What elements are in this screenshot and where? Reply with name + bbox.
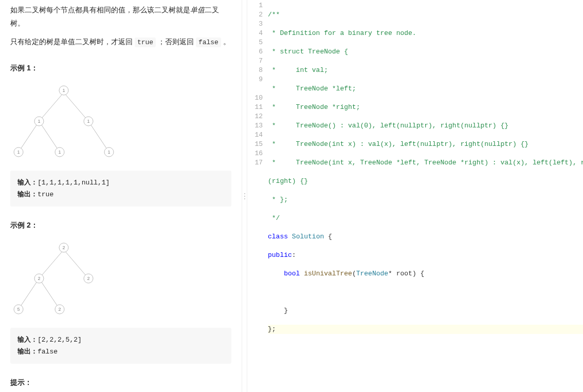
line-number-gutter: 1 2 3 4 5 6 7 8 9 10 11 12 13 14 15 16 1…: [247, 0, 268, 392]
svg-text:2: 2: [87, 276, 89, 281]
example1-box: 输入：[1,1,1,1,1,null,1] 输出：true: [10, 171, 231, 207]
svg-line-3: [39, 121, 60, 152]
svg-text:1: 1: [62, 88, 65, 93]
svg-text:1: 1: [87, 119, 89, 124]
svg-line-18: [64, 250, 88, 278]
example2-box: 输入：[2,2,2,5,2] 输出：false: [10, 328, 231, 364]
svg-line-2: [19, 121, 39, 152]
svg-line-17: [39, 250, 64, 278]
hints-title: 提示：: [10, 378, 231, 387]
example1-tree-image: 1 1 1 1 1 1: [7, 81, 120, 163]
code-editor-panel[interactable]: 1 2 3 4 5 6 7 8 9 10 11 12 13 14 15 16 1…: [247, 0, 583, 392]
code-text-area[interactable]: /** * Definition for a binary tree node.…: [268, 0, 583, 392]
svg-line-20: [39, 278, 60, 309]
svg-text:2: 2: [58, 307, 61, 312]
example2-title: 示例 2：: [10, 221, 231, 230]
example1-title: 示例 1：: [10, 64, 231, 73]
svg-line-4: [88, 121, 109, 152]
svg-text:1: 1: [38, 119, 40, 124]
svg-text:2: 2: [62, 245, 65, 250]
example2-tree-image: 2 2 2 5 2: [7, 238, 100, 321]
svg-line-0: [39, 92, 64, 121]
svg-text:1: 1: [17, 150, 20, 155]
svg-line-19: [19, 278, 39, 309]
problem-intro: 如果二叉树每个节点都具有相同的值，那么该二叉树就是单值二叉树。: [10, 3, 231, 30]
svg-line-1: [64, 92, 88, 121]
problem-description-panel[interactable]: 如果二叉树每个节点都具有相同的值，那么该二叉树就是单值二叉树。 只有给定的树是单…: [0, 0, 242, 392]
panel-splitter[interactable]: [242, 0, 247, 392]
problem-rule: 只有给定的树是单值二叉树时，才返回 true ；否则返回 false 。: [10, 35, 231, 49]
svg-text:1: 1: [58, 150, 61, 155]
svg-text:5: 5: [17, 307, 20, 312]
svg-text:2: 2: [38, 276, 40, 281]
svg-text:1: 1: [107, 150, 110, 155]
